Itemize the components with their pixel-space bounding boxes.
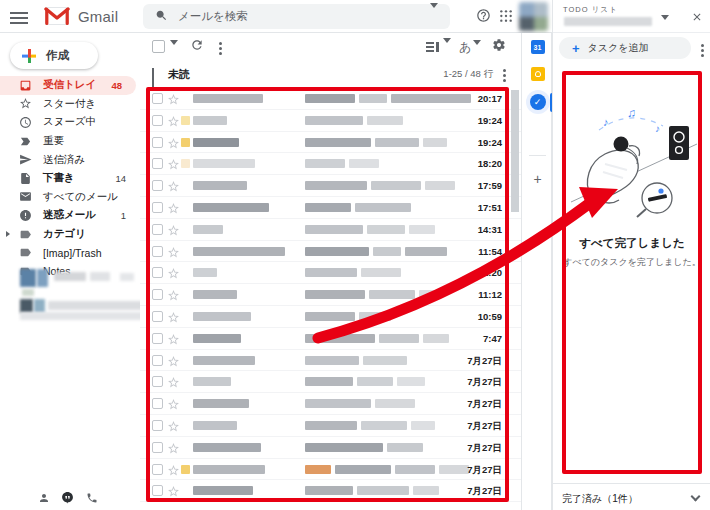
select-all-checkbox[interactable]	[152, 40, 165, 53]
star-toggle-icon[interactable]	[167, 441, 180, 454]
star-toggle-icon[interactable]	[167, 223, 180, 236]
email-checkbox[interactable]	[152, 464, 163, 475]
email-row[interactable]: 11:20	[140, 262, 521, 284]
email-row[interactable]: 7月27日	[140, 393, 521, 415]
apps-grid-icon[interactable]	[499, 9, 513, 27]
sidebar-item-inbox[interactable]: 受信トレイ 48	[0, 76, 136, 95]
keep-addon-icon[interactable]	[522, 67, 553, 81]
star-toggle-icon[interactable]	[167, 136, 180, 149]
collapse-section-icon[interactable]	[152, 68, 154, 87]
sidebar-item-snoozed[interactable]: スヌーズ中	[0, 113, 140, 132]
email-checkbox[interactable]	[152, 355, 163, 366]
email-row[interactable]: 7:47	[140, 328, 521, 350]
email-checkbox[interactable]	[152, 246, 163, 257]
email-row[interactable]: 10:59	[140, 306, 521, 328]
star-toggle-icon[interactable]	[167, 288, 180, 301]
email-row[interactable]: 7月27日	[140, 459, 521, 481]
email-checkbox[interactable]	[152, 289, 163, 300]
select-caret-icon[interactable]	[170, 40, 178, 62]
email-row[interactable]: 19:24	[140, 110, 521, 132]
star-toggle-icon[interactable]	[167, 266, 180, 279]
star-toggle-icon[interactable]	[167, 179, 180, 192]
email-checkbox[interactable]	[152, 311, 163, 322]
tasks-menu-icon[interactable]	[701, 42, 704, 59]
split-view-icon[interactable]	[426, 40, 441, 58]
star-toggle-icon[interactable]	[167, 397, 180, 410]
sidebar-item-categories[interactable]: カテゴリ	[0, 225, 140, 244]
star-toggle-icon[interactable]	[167, 484, 180, 497]
email-checkbox[interactable]	[152, 267, 163, 278]
email-checkbox[interactable]	[152, 420, 163, 431]
email-checkbox[interactable]	[152, 180, 163, 191]
email-row[interactable]: 18:20	[140, 153, 521, 175]
email-row[interactable]: 7月27日	[140, 480, 521, 502]
sidebar-item-all-mail[interactable]: すべてのメール	[0, 188, 140, 207]
star-toggle-icon[interactable]	[167, 114, 180, 127]
email-row[interactable]: 7月27日	[140, 350, 521, 372]
star-toggle-icon[interactable]	[167, 310, 180, 323]
email-checkbox[interactable]	[152, 202, 163, 213]
email-checkbox[interactable]	[152, 376, 163, 387]
email-row[interactable]: 7月27日	[140, 371, 521, 393]
help-icon[interactable]	[476, 8, 491, 27]
star-toggle-icon[interactable]	[167, 201, 180, 214]
settings-gear-icon[interactable]	[492, 38, 506, 56]
email-row[interactable]: 20:17	[140, 88, 521, 110]
contacts-icon[interactable]	[38, 490, 50, 508]
star-toggle-icon[interactable]	[167, 375, 180, 388]
gmail-logo-icon[interactable]	[44, 5, 70, 31]
search-options-caret-icon[interactable]	[430, 3, 438, 25]
list-scrollbar-thumb[interactable]	[511, 90, 519, 212]
email-checkbox[interactable]	[152, 442, 163, 453]
star-toggle-icon[interactable]	[167, 92, 180, 105]
email-row[interactable]: 19:24	[140, 132, 521, 154]
get-addons-button[interactable]: +	[522, 171, 553, 187]
add-task-button[interactable]: + タスクを追加	[559, 37, 691, 59]
tasks-addon-icon[interactable]: ✓	[522, 90, 553, 114]
more-options-icon[interactable]	[219, 40, 222, 57]
close-icon[interactable]	[691, 9, 703, 27]
star-toggle-icon[interactable]	[167, 245, 180, 258]
email-row[interactable]: 7月27日	[140, 415, 521, 437]
completed-tasks-footer[interactable]: 完了済み（1件）	[553, 483, 710, 510]
redacted-task-list-selector[interactable]	[564, 17, 652, 26]
email-checkbox[interactable]	[152, 333, 163, 344]
split-view-caret-icon[interactable]	[443, 38, 451, 60]
star-toggle-icon[interactable]	[167, 463, 180, 476]
search-input[interactable]: メールを検索	[143, 4, 450, 29]
list-selector-caret-icon[interactable]	[661, 15, 669, 37]
email-checkbox[interactable]	[152, 93, 163, 104]
email-row[interactable]: 7月27日	[140, 437, 521, 459]
expand-arrow-icon[interactable]	[6, 231, 10, 237]
sidebar-item-drafts[interactable]: 下書き 14	[0, 169, 140, 188]
email-row[interactable]: 11:54	[140, 241, 521, 263]
star-toggle-icon[interactable]	[167, 332, 180, 345]
email-checkbox[interactable]	[152, 137, 163, 148]
phone-icon[interactable]	[86, 490, 98, 508]
refresh-icon[interactable]	[190, 38, 204, 56]
sidebar-item-spam[interactable]: 迷惑メール 1	[0, 206, 140, 225]
email-row[interactable]: 17:59	[140, 175, 521, 197]
account-avatar[interactable]	[519, 2, 548, 31]
email-checkbox[interactable]	[152, 115, 163, 126]
sidebar-item-starred[interactable]: スター付き	[0, 95, 140, 114]
calendar-addon-icon[interactable]: 31	[522, 40, 553, 54]
email-checkbox[interactable]	[152, 398, 163, 409]
email-checkbox[interactable]	[152, 485, 163, 496]
star-toggle-icon[interactable]	[167, 419, 180, 432]
input-method-caret-icon[interactable]	[473, 40, 481, 62]
hamburger-menu-icon[interactable]	[10, 9, 28, 23]
input-method-button[interactable]: あ	[459, 39, 471, 56]
email-row[interactable]: 17:51	[140, 197, 521, 219]
email-checkbox[interactable]	[152, 158, 163, 169]
email-row[interactable]: 14:31	[140, 219, 521, 241]
sidebar-item-sent[interactable]: 送信済み	[0, 150, 140, 169]
section-menu-icon[interactable]	[503, 67, 506, 84]
star-toggle-icon[interactable]	[167, 354, 180, 367]
star-toggle-icon[interactable]	[167, 157, 180, 170]
compose-button[interactable]: 作成	[10, 42, 98, 69]
sidebar-item-important[interactable]: 重要	[0, 132, 140, 151]
email-row[interactable]: 11:12	[140, 284, 521, 306]
hangouts-icon[interactable]	[61, 490, 74, 508]
sidebar-item-imap-trash[interactable]: [Imap]/Trash	[0, 243, 140, 262]
